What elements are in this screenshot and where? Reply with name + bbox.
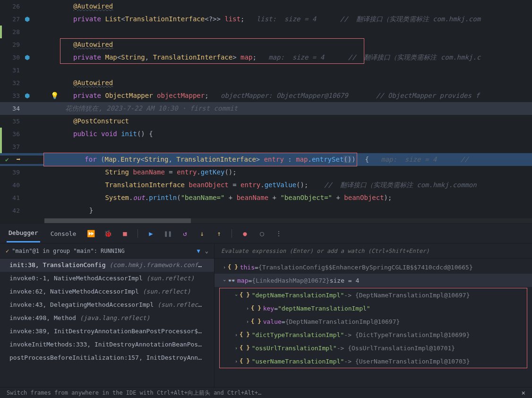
frame-item[interactable]: invoke:62, NativeMethodAccessorImpl (sun… [0, 285, 214, 298]
tab-debugger[interactable]: Debugger [7, 225, 40, 242]
evaluate-expression-input[interactable] [221, 248, 525, 254]
code-line-36[interactable]: 36 public void init() { [0, 128, 532, 140]
code-editor[interactable]: 26 @Autowired 27⬢ private List<Translati… [0, 0, 532, 224]
step-over-icon[interactable]: ▶ [146, 229, 155, 238]
collapse-icon[interactable]: › [222, 277, 227, 284]
code-line-30[interactable]: 30⬢ private Map<String, TranslationInter… [0, 51, 532, 64]
watch-icon: 👓 [228, 277, 235, 284]
tip-bar: Switch frames from anywhere in the IDE w… [0, 387, 532, 398]
frames-list[interactable]: init:38, TranslationConfig (com.hmkj.fra… [0, 259, 214, 387]
tab-console[interactable]: Console [49, 225, 78, 242]
expand-icon[interactable]: › [234, 292, 239, 298]
more-icon[interactable]: ⋮ [275, 229, 283, 238]
execution-pointer-icon: ➡ [14, 156, 23, 164]
var-this[interactable]: ›{ }this = {TranslationConfig$$EnhancerB… [215, 260, 532, 274]
step-down-icon[interactable]: ↓ [197, 229, 206, 238]
var-entry-value[interactable]: ›{ }value = {DeptNameTranslationImpl@106… [220, 315, 527, 328]
frame-item[interactable]: invoke:498, Method (java.lang.reflect) [0, 311, 214, 325]
step-into-icon[interactable]: ↺ [180, 229, 189, 238]
expand-icon[interactable]: › [233, 346, 240, 351]
frame-item[interactable]: invoke:389, InitDestroyAnnotationBeanPos… [0, 325, 214, 338]
frame-item[interactable]: invoke:43, DelegatingMethodAccessorImpl … [0, 298, 214, 311]
line-number: 27 [3, 13, 20, 26]
comment: // 翻译接口（实现类需标注 com.hmkj.com [340, 15, 481, 23]
thread-label: "main"@1 in group "main": RUNNING [12, 248, 124, 254]
expand-icon[interactable]: › [233, 359, 240, 364]
code-line-29[interactable]: 29 @Autowired [0, 38, 532, 51]
code-line-38-execution[interactable]: ✔➡ for (Map.Entry<String, TranslationInt… [0, 153, 532, 166]
inline-hint: list: size = 4 [257, 15, 316, 23]
object-icon: { } [240, 358, 250, 364]
bean-icon[interactable]: ⬢ [23, 53, 31, 62]
debug-panel: Debugger Console ⏩ 🐞 ■ ▶ ❚❚ ↺ ↓ ↑ ● ◯ ⋮ … [0, 224, 532, 398]
object-icon: { } [240, 345, 250, 351]
code-line-27[interactable]: 27⬢ private List<TranslationInterface<?>… [0, 13, 532, 26]
code-line-41[interactable]: 41 System.out.println("beanName=" + bean… [0, 191, 532, 204]
variables-list[interactable]: ›{ }this = {TranslationConfig$$EnhancerB… [215, 259, 532, 387]
object-icon: { } [240, 292, 250, 298]
horizontal-scrollbar[interactable] [44, 218, 532, 223]
frame-item[interactable]: postProcessBeforeInitialization:157, Ini… [0, 351, 214, 364]
var-map-entry[interactable]: ›{ }"userNameTranslationImpl" -> {UserNa… [220, 355, 527, 368]
debug-toolbar: Debugger Console ⏩ 🐞 ■ ▶ ❚❚ ↺ ↓ ↑ ● ◯ ⋮ [0, 224, 532, 243]
highlight-box-vars: ›{ }"deptNameTranslationImpl" -> {DeptNa… [219, 288, 527, 368]
breakpoint-verified-icon[interactable]: ✔ [3, 156, 11, 164]
tip-text: Switch frames from anywhere in the IDE w… [7, 389, 261, 397]
code-line-39[interactable]: 39 String beanName = entry.getKey(); [0, 166, 532, 179]
git-blame-hint: 花伤情犹在, 2023-7-22 AM 10:30 · first commit [65, 104, 238, 112]
object-icon: { } [240, 331, 250, 338]
pause-icon[interactable]: ❚❚ [163, 229, 172, 238]
var-entry-key[interactable]: ›{ }key = "deptNameTranslationImpl" [220, 302, 527, 315]
frame-item[interactable]: invoke0:-1, NativeMethodAccessorImpl (su… [0, 272, 214, 285]
bean-icon[interactable]: ⬢ [23, 15, 31, 24]
code-line-32[interactable]: 32 @Autowired [0, 77, 532, 89]
var-map[interactable]: ›👓map = {LinkedHashMap@10672} size = 4 [215, 274, 532, 287]
frames-pane: ✓"main"@1 in group "main": RUNNING ▼⌄ in… [0, 243, 215, 387]
code-line-34[interactable]: 34 花伤情犹在, 2023-7-22 AM 10:30 · first com… [0, 102, 532, 115]
expand-icon[interactable]: › [221, 265, 228, 270]
stop-icon[interactable]: ■ [120, 229, 129, 238]
var-map-entry[interactable]: ›{ }"deptNameTranslationImpl" -> {DeptNa… [220, 288, 527, 302]
code-line-33[interactable]: 33⬢💡 private ObjectMapper objectMapper; … [0, 89, 532, 102]
var-map-entry[interactable]: ›{ }"dictTypeTranslationImpl" -> {DictTy… [220, 328, 527, 341]
filter-icon[interactable]: ▼ [197, 248, 200, 254]
code-line-40[interactable]: 40 TranslationInterface beanObject = ent… [0, 179, 532, 191]
close-icon[interactable]: × [522, 389, 525, 397]
chevron-down-icon[interactable]: ⌄ [205, 248, 208, 254]
check-icon: ✓ [6, 248, 9, 254]
mute-breakpoints-icon[interactable]: ◯ [257, 229, 266, 238]
expand-icon[interactable]: › [233, 332, 240, 337]
variables-pane: ›{ }this = {TranslationConfig$$EnhancerB… [215, 243, 532, 387]
var-map-entry[interactable]: ›{ }"ossUrlTranslationImpl" -> {OssUrlTr… [220, 341, 527, 355]
thread-header[interactable]: ✓"main"@1 in group "main": RUNNING ▼⌄ [0, 243, 214, 259]
bug-icon[interactable]: 🐞 [103, 229, 112, 238]
code-line-35[interactable]: 35 @PostConstruct [0, 115, 532, 128]
code-line-42[interactable]: 42 } [0, 204, 532, 217]
code-line-26[interactable]: 26 @Autowired [0, 0, 532, 13]
frame-item[interactable]: invokeInitMethods:333, InitDestroyAnnota… [0, 338, 214, 351]
bean-icon[interactable]: ⬢ [23, 92, 31, 100]
step-out-icon[interactable]: ↑ [215, 229, 223, 238]
annotation: @Autowired [73, 2, 113, 10]
frame-item[interactable]: init:38, TranslationConfig (com.hmkj.fra… [0, 259, 214, 272]
line-number: 26 [3, 0, 20, 13]
object-icon: { } [228, 264, 238, 270]
breakpoints-icon[interactable]: ● [240, 229, 249, 238]
watch-input[interactable] [215, 243, 532, 259]
resume-icon[interactable]: ⏩ [86, 229, 95, 238]
